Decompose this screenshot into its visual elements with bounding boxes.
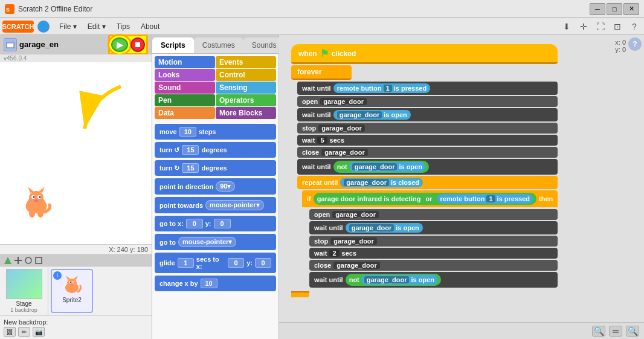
category-more-blocks[interactable]: More Blocks — [216, 107, 276, 119]
zoom-in-button[interactable]: 🔍 — [626, 326, 639, 337]
scripts-canvas[interactable]: ? x: 0y: 0 when ⚑ clicked forever wait u… — [279, 35, 644, 322]
stage-size-icon[interactable]: ⊡ — [610, 19, 625, 34]
tips-menu[interactable]: Tips — [112, 21, 135, 32]
svg-marker-23 — [4, 257, 11, 264]
repeat-until-block[interactable]: repeat until garage_door is closed — [297, 176, 558, 189]
minimize-button[interactable]: ─ — [590, 3, 605, 15]
wait-secs-block[interactable]: wait 5 secs — [297, 135, 558, 146]
move-steps-input[interactable]: 10 — [179, 127, 196, 137]
category-motion[interactable]: Motion — [155, 56, 215, 68]
goto-x-input[interactable]: 0 — [186, 219, 203, 228]
move-icon[interactable]: ✛ — [576, 19, 591, 34]
wait-until-not-block[interactable]: wait until not garage_door is open — [297, 159, 558, 175]
tabs-row: Scripts Costumes Sounds — [152, 35, 279, 54]
help-button[interactable]: ? — [628, 37, 642, 51]
go-to-dropdown[interactable]: mouse-pointer▾ — [178, 237, 236, 247]
glide-block[interactable]: glide 1 secs to x: 0 y: 0 — [155, 253, 276, 273]
xy-display: x: 0y: 0 — [615, 39, 626, 53]
tab-costumes[interactable]: Costumes — [194, 37, 243, 53]
turn-right-input[interactable]: 15 — [182, 163, 199, 173]
close-block-1[interactable]: close garage_door — [297, 147, 558, 158]
point-direction-block[interactable]: point in direction 90▾ — [155, 178, 276, 195]
change-x-block[interactable]: change x by 10 — [155, 276, 276, 291]
edit-backdrop-button[interactable]: ✏ — [18, 327, 30, 337]
edit-menu[interactable]: Edit ▾ — [83, 21, 111, 32]
wait-until-block-3[interactable]: wait until garage_door is open — [309, 221, 558, 234]
sprites-content: Stage 1 backdrop i — [0, 266, 152, 315]
stage-thumbnail-image — [6, 269, 42, 299]
if-block[interactable]: if garage door infrared is detecting or … — [302, 190, 558, 289]
stop-block[interactable]: stop garage_door — [297, 123, 558, 134]
sprite-item[interactable]: i Sprite2 — [51, 269, 93, 313]
sprite-list: i Sprite2 — [48, 266, 152, 315]
stage-thumbnail[interactable]: Stage 1 backdrop — [0, 266, 48, 315]
category-control[interactable]: Control — [216, 69, 276, 81]
category-events[interactable]: Events — [216, 56, 276, 68]
language-button[interactable]: 🌐 — [37, 21, 50, 33]
file-menu[interactable]: File ▾ — [54, 21, 82, 32]
menu-bar: SCRATCH 🌐 File ▾ Edit ▾ Tips About ⬇ ✛ ⛶… — [0, 18, 644, 35]
tab-scripts[interactable]: Scripts — [152, 37, 194, 53]
not-condition: not garage_door is open — [333, 161, 429, 173]
change-x-input[interactable]: 10 — [201, 279, 217, 288]
about-menu[interactable]: About — [136, 21, 164, 32]
cat-sprite — [18, 182, 54, 220]
stage-icon — [4, 38, 17, 51]
goto-y-input[interactable]: 0 — [214, 219, 231, 228]
svg-rect-4 — [135, 42, 140, 47]
category-sensing[interactable]: Sensing — [216, 82, 276, 94]
turn-left-input[interactable]: 15 — [182, 145, 199, 155]
app-icon: S — [5, 4, 14, 14]
svg-point-21 — [29, 209, 35, 218]
stop-button[interactable] — [130, 37, 145, 52]
version-label: v456.0.4 — [0, 54, 152, 62]
blocks-list: move 10 steps turn ↺ 15 degrees turn ↻ 1… — [152, 121, 279, 339]
wait-until-block-1[interactable]: wait until remote button 1 is pressed — [297, 82, 558, 95]
close-button[interactable]: ✕ — [623, 3, 639, 15]
go-to-block[interactable]: go to mouse-pointer▾ — [155, 234, 276, 250]
maximize-button[interactable]: □ — [607, 3, 622, 15]
move-steps-block[interactable]: move 10 steps — [155, 124, 276, 140]
camera-backdrop-button[interactable]: 📷 — [33, 327, 45, 337]
help-icon[interactable]: ? — [627, 19, 642, 34]
point-towards-block[interactable]: point towards mouse-pointer▾ — [155, 197, 276, 213]
wait-until-block-2[interactable]: wait until garage_door is open — [297, 108, 558, 121]
turn-right-block[interactable]: turn ↻ 15 degrees — [155, 160, 276, 176]
open-block-1[interactable]: open garage_door — [297, 96, 558, 107]
open-block-2[interactable]: open garage_door — [309, 209, 558, 220]
svg-marker-9 — [39, 187, 45, 193]
stop-block-2[interactable]: stop garage_door — [309, 236, 558, 247]
category-sound[interactable]: Sound — [155, 82, 215, 94]
zoom-reset-button[interactable]: ═ — [609, 326, 622, 337]
import-icon[interactable]: ⬇ — [559, 19, 574, 34]
svg-marker-8 — [28, 187, 34, 193]
wait-secs-block-2[interactable]: wait 2 secs — [309, 248, 558, 259]
go-to-xy-block[interactable]: go to x: 0 y: 0 — [155, 216, 276, 231]
when-clicked-block[interactable]: when ⚑ clicked — [291, 44, 558, 64]
category-looks[interactable]: Looks — [155, 69, 215, 81]
category-operators[interactable]: Operators — [216, 94, 276, 106]
close-block-2[interactable]: close garage_door — [309, 260, 558, 271]
block-categories: Motion Events Looks Control Sound Sensin… — [152, 54, 279, 121]
sprite-name-label: Sprite2 — [62, 297, 82, 303]
category-pen[interactable]: Pen — [155, 94, 215, 106]
svg-text:S: S — [6, 7, 10, 13]
towards-dropdown[interactable]: mouse-pointer▾ — [205, 200, 263, 210]
svg-rect-3 — [7, 42, 14, 44]
svg-point-26 — [25, 257, 31, 263]
glide-x-input[interactable]: 0 — [228, 258, 244, 268]
green-flag-button[interactable]: ▶ — [111, 37, 128, 52]
svg-marker-30 — [66, 276, 71, 280]
turn-left-block[interactable]: turn ↺ 15 degrees — [155, 142, 276, 158]
forever-block[interactable]: forever wait until remote button 1 is pr… — [291, 65, 558, 297]
zoom-out-button[interactable]: 🔍 — [592, 326, 605, 337]
svg-point-34 — [70, 282, 71, 283]
wait-until-not-block-2[interactable]: wait until not garage_door is open — [309, 272, 558, 288]
glide-y-input[interactable]: 0 — [255, 258, 271, 268]
info-badge[interactable]: i — [53, 271, 62, 280]
fullscreen-icon[interactable]: ⛶ — [593, 19, 608, 34]
glide-secs-input[interactable]: 1 — [178, 258, 194, 268]
category-data[interactable]: Data — [155, 107, 215, 119]
direction-dropdown[interactable]: 90▾ — [216, 181, 235, 192]
paint-backdrop-button[interactable]: 🖼 — [4, 327, 16, 337]
